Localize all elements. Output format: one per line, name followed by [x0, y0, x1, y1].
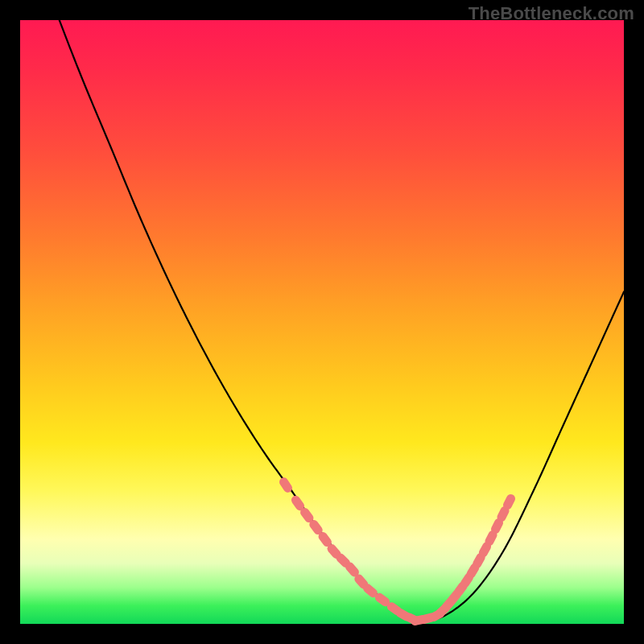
curve-layer	[20, 20, 624, 624]
marker-cluster-left	[278, 476, 422, 626]
chart-frame: TheBottleneck.com	[0, 0, 644, 644]
bottleneck-curve	[20, 0, 624, 621]
marker-cluster-right	[410, 493, 517, 626]
watermark-text: TheBottleneck.com	[469, 3, 634, 24]
plot-area	[20, 20, 624, 624]
